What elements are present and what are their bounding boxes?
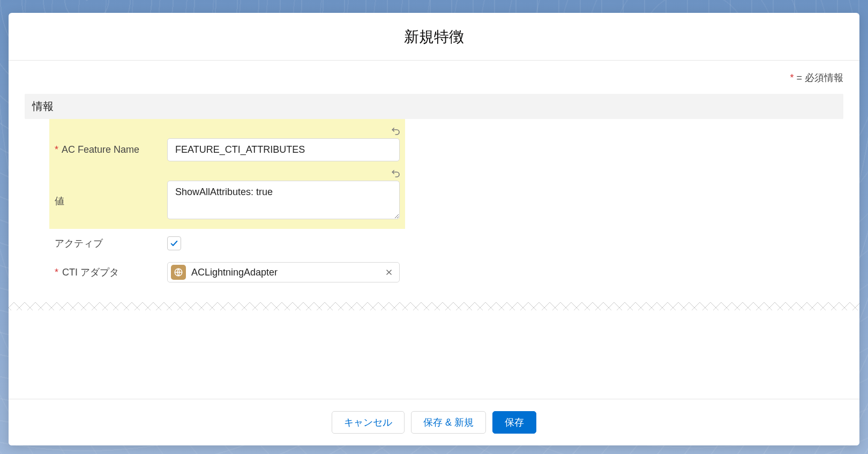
adapter-icon xyxy=(171,265,186,280)
plain-fields: アクティブ * CTI アダプタ xyxy=(49,229,405,282)
form-grid: * AC Feature Name xyxy=(25,119,843,282)
field-row-active: アクティブ xyxy=(49,236,405,250)
required-info-note: * = 必須情報 xyxy=(25,71,843,84)
cti-adapter-label: * CTI アダプタ xyxy=(55,266,167,279)
modal-title: 新規特徴 xyxy=(19,27,849,47)
undo-icon[interactable] xyxy=(390,125,402,137)
field-row-feature-name: * AC Feature Name xyxy=(49,138,405,161)
feature-name-label-text: AC Feature Name xyxy=(62,144,139,155)
undo-icon[interactable] xyxy=(390,168,402,180)
cti-adapter-lookup[interactable]: ACLightningAdapter xyxy=(167,262,400,282)
cancel-button[interactable]: キャンセル xyxy=(332,411,405,434)
active-label: アクティブ xyxy=(55,237,167,250)
field-row-cti-adapter: * CTI アダプタ ACLightningAdapter xyxy=(49,262,405,282)
modal-header: 新規特徴 xyxy=(9,13,859,61)
required-star: * xyxy=(55,144,58,155)
section-header-info: 情報 xyxy=(25,94,843,119)
close-icon[interactable] xyxy=(383,266,395,278)
cti-adapter-label-text: CTI アダプタ xyxy=(62,267,119,278)
modal-footer: キャンセル 保存 & 新規 保存 xyxy=(9,399,859,445)
save-button[interactable]: 保存 xyxy=(492,411,536,434)
required-star: * xyxy=(55,267,58,278)
required-note-text: = 必須情報 xyxy=(794,72,843,83)
check-icon xyxy=(170,239,178,248)
value-textarea[interactable]: ShowAllAttributes: true xyxy=(167,181,400,219)
feature-name-input[interactable] xyxy=(167,138,400,161)
modal-body: * = 必須情報 情報 * AC Fe xyxy=(9,61,859,399)
save-and-new-button[interactable]: 保存 & 新規 xyxy=(411,411,486,434)
content-truncated-indicator xyxy=(9,295,859,315)
value-label: 値 xyxy=(55,195,167,207)
changed-fields-highlight: * AC Feature Name xyxy=(49,119,405,229)
new-feature-modal: 新規特徴 * = 必須情報 情報 xyxy=(9,13,859,445)
cti-adapter-value: ACLightningAdapter xyxy=(191,267,378,278)
active-checkbox[interactable] xyxy=(167,236,181,250)
feature-name-label: * AC Feature Name xyxy=(55,144,167,155)
field-row-value: 値 ShowAllAttributes: true xyxy=(49,181,405,221)
